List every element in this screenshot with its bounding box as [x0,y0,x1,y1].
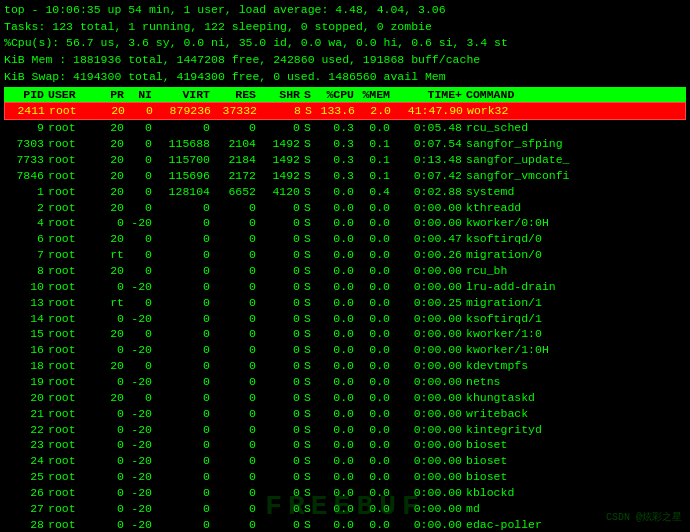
table-row[interactable]: 7 root rt 0 0 0 0 S 0.0 0.0 0:00.26 migr… [4,247,686,263]
cell-user: root [48,485,100,501]
cell-user: root [48,469,100,485]
cell-s: S [304,136,318,152]
cell-shr: 0 [260,247,304,263]
cell-mem: 0.0 [358,501,394,517]
cell-user: root [48,358,100,374]
cell-mem: 0.1 [358,136,394,152]
cell-pid: 7 [6,247,48,263]
cell-shr: 0 [260,342,304,358]
csdn-label: CSDN @炫彩之星 [606,510,682,524]
cell-cpu: 0.0 [318,390,358,406]
cell-cmd: ksoftirqd/1 [466,311,684,327]
cell-s: S [304,390,318,406]
cell-cpu: 0.0 [318,485,358,501]
table-row[interactable]: 25 root 0 -20 0 0 0 S 0.0 0.0 0:00.00 bi… [4,469,686,485]
table-row[interactable]: 6 root 20 0 0 0 0 S 0.0 0.0 0:00.47 ksof… [4,231,686,247]
cell-cmd: kthreadd [466,200,684,216]
table-row[interactable]: 16 root 0 -20 0 0 0 S 0.0 0.0 0:00.00 kw… [4,342,686,358]
cell-shr: 0 [260,263,304,279]
cell-pid: 10 [6,279,48,295]
table-row[interactable]: 26 root 0 -20 0 0 0 S 0.0 0.0 0:00.00 kb… [4,485,686,501]
cell-pr: 20 [100,200,128,216]
cell-time: 0:00.47 [394,231,466,247]
cell-cpu: 133.6 [319,103,359,119]
table-row[interactable]: 28 root 0 -20 0 0 0 S 0.0 0.0 0:00.00 ed… [4,517,686,532]
table-row[interactable]: 23 root 0 -20 0 0 0 S 0.0 0.0 0:00.00 bi… [4,437,686,453]
table-row[interactable]: 8 root 20 0 0 0 0 S 0.0 0.0 0:00.00 rcu_… [4,263,686,279]
cell-ni: -20 [128,406,156,422]
cell-mem: 0.0 [358,263,394,279]
cell-res: 0 [214,279,260,295]
cell-mem: 0.0 [358,311,394,327]
cell-s: S [304,215,318,231]
cell-pr: 0 [100,406,128,422]
cell-ni: -20 [128,453,156,469]
table-row[interactable]: 14 root 0 -20 0 0 0 S 0.0 0.0 0:00.00 ks… [4,311,686,327]
table-row[interactable]: 18 root 20 0 0 0 0 S 0.0 0.0 0:00.00 kde… [4,358,686,374]
cell-pr: 0 [100,215,128,231]
table-row[interactable]: 13 root rt 0 0 0 0 S 0.0 0.0 0:00.25 mig… [4,295,686,311]
cell-shr: 0 [260,120,304,136]
cell-cpu: 0.0 [318,295,358,311]
cell-shr: 0 [260,437,304,453]
cell-cmd: kworker/1:0 [466,326,684,342]
cell-user: root [48,215,100,231]
cell-pr: 0 [100,342,128,358]
cell-mem: 0.0 [358,295,394,311]
table-row[interactable]: 24 root 0 -20 0 0 0 S 0.0 0.0 0:00.00 bi… [4,453,686,469]
cell-shr: 0 [260,517,304,532]
cell-pid: 23 [6,437,48,453]
cell-shr: 0 [260,406,304,422]
cell-user: root [48,263,100,279]
table-row[interactable]: 27 root 0 -20 0 0 0 S 0.0 0.0 0:00.00 md [4,501,686,517]
cell-pid: 24 [6,453,48,469]
cell-mem: 0.0 [358,200,394,216]
table-row[interactable]: 20 root 20 0 0 0 0 S 0.0 0.0 0:00.00 khu… [4,390,686,406]
cell-user: root [48,200,100,216]
cell-cpu: 0.0 [318,184,358,200]
table-row[interactable]: 21 root 0 -20 0 0 0 S 0.0 0.0 0:00.00 wr… [4,406,686,422]
cell-pid: 27 [6,501,48,517]
table-row[interactable]: 10 root 0 -20 0 0 0 S 0.0 0.0 0:00.00 lr… [4,279,686,295]
cell-cpu: 0.0 [318,374,358,390]
col-header-cmd: COMMAND [466,88,684,101]
cell-cmd: kworker/1:0H [466,342,684,358]
cell-pr: 20 [100,358,128,374]
table-row[interactable]: 2 root 20 0 0 0 0 S 0.0 0.0 0:00.00 kthr… [4,200,686,216]
cell-virt: 0 [156,311,214,327]
cell-cpu: 0.0 [318,437,358,453]
cell-res: 37332 [215,103,261,119]
table-row[interactable]: 1 root 20 0 128104 6652 4120 S 0.0 0.4 0… [4,184,686,200]
cell-s: S [304,342,318,358]
table-row[interactable]: 4 root 0 -20 0 0 0 S 0.0 0.0 0:00.00 kwo… [4,215,686,231]
cell-pr: 20 [101,103,129,119]
cell-time: 0:00.00 [394,200,466,216]
cell-pid: 18 [6,358,48,374]
cell-s: S [304,501,318,517]
table-row[interactable]: 22 root 0 -20 0 0 0 S 0.0 0.0 0:00.00 ki… [4,422,686,438]
cell-s: S [304,326,318,342]
cell-user: root [48,453,100,469]
cell-cmd: sangfor_vmconfi [466,168,684,184]
cell-shr: 1492 [260,152,304,168]
cell-pr: 20 [100,326,128,342]
table-row[interactable]: 2411 root 20 0 879236 37332 8 S 133.6 2.… [4,102,686,120]
terminal-window: top - 10:06:35 up 54 min, 1 user, load a… [0,0,690,532]
cell-user: root [48,279,100,295]
table-row[interactable]: 9 root 20 0 0 0 0 S 0.3 0.0 0:05.48 rcu_… [4,120,686,136]
cell-cpu: 0.3 [318,120,358,136]
header-line3: %Cpu(s): 56.7 us, 3.6 sy, 0.0 ni, 35.0 i… [4,35,686,52]
table-row[interactable]: 7846 root 20 0 115696 2172 1492 S 0.3 0.… [4,168,686,184]
col-header-pr: PR [100,88,128,101]
cell-s: S [304,422,318,438]
table-row[interactable]: 7733 root 20 0 115700 2184 1492 S 0.3 0.… [4,152,686,168]
cell-pid: 25 [6,469,48,485]
cell-mem: 0.0 [358,358,394,374]
header-line4: KiB Mem : 1881936 total, 1447208 free, 2… [4,52,686,69]
cell-virt: 879236 [157,103,215,119]
table-row[interactable]: 19 root 0 -20 0 0 0 S 0.0 0.0 0:00.00 ne… [4,374,686,390]
table-row[interactable]: 7303 root 20 0 115688 2104 1492 S 0.3 0.… [4,136,686,152]
table-row[interactable]: 15 root 20 0 0 0 0 S 0.0 0.0 0:00.00 kwo… [4,326,686,342]
cell-pr: 0 [100,517,128,532]
cell-pr: 0 [100,374,128,390]
